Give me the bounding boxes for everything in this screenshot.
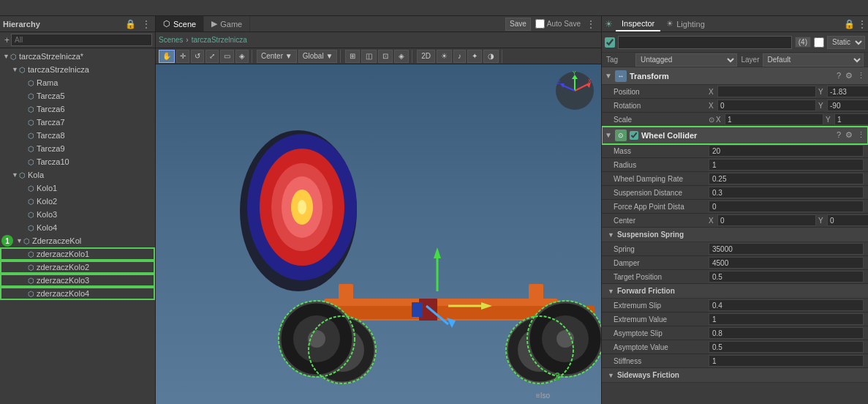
scale-x-input[interactable]	[725, 113, 823, 125]
collider-active-checkbox[interactable]	[630, 131, 638, 140]
snap2-btn[interactable]: ◫	[361, 50, 377, 63]
save-button[interactable]: Save	[505, 18, 531, 31]
hierarchy-item-rama[interactable]: ⬡ Rama	[0, 76, 155, 89]
inspector-tab-lighting[interactable]: ☀ Lighting	[660, 16, 711, 31]
static-select[interactable]: Static	[827, 36, 865, 49]
custom-tool-btn[interactable]: ◈	[235, 50, 249, 63]
hierarchy-item-kolo3[interactable]: ⬡ Kolo3	[0, 208, 155, 221]
asymptote-slip-input[interactable]	[709, 327, 864, 339]
hierarchy-item-kolo2[interactable]: ⬡ Kolo2	[0, 195, 155, 208]
object-name-field[interactable]	[618, 36, 792, 49]
hierarchy-item-kolo4[interactable]: ⬡ Kolo4	[0, 221, 155, 234]
hierarchy-item-tarczaroot[interactable]: ▼ ⬡ tarczaStrzelnicza	[0, 63, 155, 76]
collider-menu-icon[interactable]: ⋮	[857, 130, 865, 140]
inspector-tab-inspector[interactable]: Inspector	[616, 16, 660, 31]
hierarchy-item-label: zderzaczKolo3	[37, 276, 89, 285]
snap3-btn[interactable]: ⊡	[378, 50, 393, 63]
hierarchy-item-kola[interactable]: ▼ ⬡ Kola	[0, 168, 155, 182]
radius-input[interactable]	[709, 159, 864, 171]
scene-viewport[interactable]: X Y Z ≡Iso 2	[156, 64, 601, 404]
target-position-input[interactable]	[709, 271, 864, 283]
rect-tool-btn[interactable]: ▭	[220, 50, 234, 63]
hierarchy-menu-btn[interactable]: ⋮	[140, 19, 152, 29]
collider-settings-icon[interactable]: ⚙	[845, 130, 853, 140]
hierarchy-item-label: Tarcza7	[37, 118, 65, 127]
hierarchy-item-zderzacz4[interactable]: ⬡ zderzaczKolo4	[0, 287, 155, 300]
breadcrumb-scene: tarczaStrzelnicza	[192, 36, 247, 44]
damper-input[interactable]	[709, 257, 864, 269]
snap4-btn[interactable]: ◈	[394, 50, 409, 63]
position-x-input[interactable]	[717, 86, 816, 97]
mass-input[interactable]	[709, 145, 864, 157]
hierarchy-item-tarcza8[interactable]: ⬡ Tarcza8	[0, 129, 155, 142]
hidden-btn[interactable]: ◑	[483, 50, 499, 63]
static-checkbox[interactable]	[814, 37, 824, 48]
audio-btn[interactable]: ♪	[453, 50, 466, 63]
lighting-tab-label: Lighting	[676, 20, 705, 29]
move-tool-btn[interactable]: ✛	[176, 50, 189, 63]
autosave-checkbox[interactable]	[535, 19, 545, 29]
extremum-value-input[interactable]	[709, 313, 864, 325]
center-btn[interactable]: Center ▼	[257, 50, 297, 63]
scale-tool-btn[interactable]: ⤢	[205, 50, 219, 63]
collider-help-icon[interactable]: ?	[837, 130, 841, 140]
hierarchy-item-tarcza7[interactable]: ⬡ Tarcza7	[0, 116, 155, 129]
hierarchy-item-zderzacz2[interactable]: ⬡ zderzaczKolo2	[0, 261, 155, 274]
scene-menu-btn[interactable]: ⋮	[585, 19, 597, 29]
spring-input[interactable]	[709, 243, 864, 255]
hand-tool-btn[interactable]: ✋	[159, 50, 175, 63]
2d-btn[interactable]: 2D	[417, 50, 435, 63]
hierarchy-item-zderzacze[interactable]: ▼ ⬡ ZderzaczeKol	[0, 234, 155, 247]
suspension-spring-header[interactable]: ▼ Suspension Spring	[602, 228, 868, 242]
global-btn[interactable]: Global ▼	[298, 50, 338, 63]
force-app-input[interactable]	[709, 201, 864, 212]
transform-help-icon[interactable]: ?	[837, 71, 841, 81]
position-y-input[interactable]	[827, 86, 868, 97]
hierarchy-item-tarcza9[interactable]: ⬡ Tarcza9	[0, 142, 155, 155]
inspector-lock-btn[interactable]: 🔒	[842, 16, 856, 31]
transform-header[interactable]: ▼ ↔ Transform ? ⚙ ⋮	[602, 67, 868, 85]
object-active-checkbox[interactable]	[605, 37, 615, 48]
stiffness-input[interactable]	[709, 355, 864, 367]
lights-btn[interactable]: ☀	[437, 50, 452, 63]
transform-menu-icon[interactable]: ⋮	[857, 71, 865, 81]
scale-y-input[interactable]	[834, 113, 868, 125]
hierarchy-item-root[interactable]: ▼ ⬡ tarczaStrzelnicza*	[0, 50, 155, 63]
center-x-input[interactable]	[717, 214, 816, 226]
hierarchy-item-zderzacz3[interactable]: ⬡ zderzaczKolo3	[0, 274, 155, 287]
snap-btn[interactable]: ⊞	[345, 50, 360, 63]
rotation-y-input[interactable]	[827, 100, 868, 111]
rotation-x-input[interactable]	[717, 100, 816, 111]
suspension-distance-input[interactable]	[709, 187, 864, 198]
rotate-tool-btn[interactable]: ↺	[191, 50, 204, 63]
hierarchy-lock-btn[interactable]: 🔒	[124, 19, 137, 29]
tag-select[interactable]: Untagged	[635, 53, 737, 67]
hierarchy-search-input[interactable]	[11, 34, 152, 46]
scene-tab-game[interactable]: ▶ Game	[204, 16, 250, 31]
hierarchy-item-label: Kolo1	[37, 184, 57, 192]
hierarchy-item-tarcza10[interactable]: ⬡ Tarcza10	[0, 155, 155, 168]
tools-group-left: ✋ ✛ ↺ ⤢ ▭ ◈	[159, 50, 252, 63]
hierarchy-item-kolo1[interactable]: ⬡ Kolo1	[0, 182, 155, 195]
layer-select[interactable]: Default	[763, 53, 864, 67]
center-label: Center	[614, 217, 709, 225]
transform-settings-icon[interactable]: ⚙	[845, 71, 853, 81]
center-label: Center	[261, 52, 283, 60]
hierarchy-item-tarcza5[interactable]: ⬡ Tarcza5	[0, 89, 155, 102]
wheel-collider-header[interactable]: ▼ ⊙ Wheel Collider ? ⚙ ⋮	[602, 127, 868, 144]
sideways-friction-header[interactable]: ▼ Sideways Friction	[602, 368, 868, 383]
asymptote-value-input[interactable]	[709, 341, 864, 353]
forward-friction-header[interactable]: ▼ Forward Friction	[602, 284, 868, 299]
extremum-slip-input[interactable]	[709, 299, 864, 311]
scene-tab-scene[interactable]: ⬡ Scene	[156, 16, 204, 31]
scene-panel: ⬡ Scene ▶ Game Save Auto Save ⋮ Scenes ›…	[156, 16, 601, 404]
hierarchy-add-btn[interactable]: +	[3, 35, 11, 45]
damping-input[interactable]	[709, 173, 864, 184]
hierarchy-item-label: Kolo4	[37, 223, 57, 232]
effects-btn[interactable]: ✦	[467, 50, 482, 63]
inspector-menu-btn[interactable]: ⋮	[856, 16, 868, 31]
hierarchy-item-tarcza6[interactable]: ⬡ Tarcza6	[0, 102, 155, 116]
scale-y-group: Y	[826, 113, 868, 125]
hierarchy-item-zderzacz1[interactable]: ⬡ zderzaczKolo1	[0, 247, 155, 261]
center-y-input[interactable]	[827, 214, 868, 226]
